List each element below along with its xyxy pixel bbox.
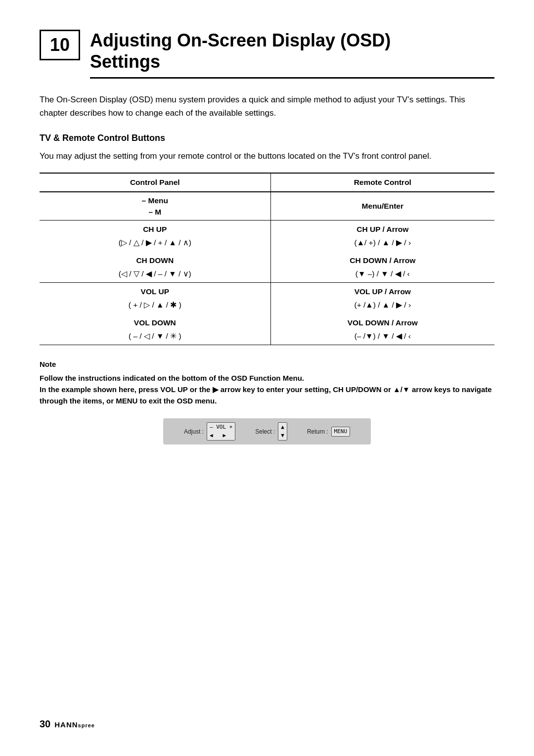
volup-control-keys: ( + / ▷ / ▲ / ✱ ) <box>40 298 270 313</box>
table-row: CH UP CH UP / Arrow <box>40 221 494 236</box>
table-row: VOL UP VOL UP / Arrow <box>40 283 494 299</box>
voldown-remote-label: VOL DOWN / Arrow <box>270 314 494 329</box>
osd-return: Return : MENU <box>307 427 350 437</box>
volup-control-label: VOL UP <box>40 283 270 299</box>
brand-hann: HANN <box>54 720 78 729</box>
chup-control-label: CH UP <box>40 221 270 236</box>
note-label: Note <box>40 359 494 370</box>
brand-name: HANNspree <box>54 719 95 731</box>
note-text: Follow the instructions indicated on the… <box>40 372 494 407</box>
note-line-2: In the example shown here, press VOL UP … <box>40 385 492 405</box>
chup-control-keys: (▷ / △ / ▶ / + / ▲ / ∧) <box>40 236 270 251</box>
return-label: Return : <box>307 427 328 436</box>
chdown-remote-label: CH DOWN / Arrow <box>270 252 494 267</box>
menu-remote-control: Menu/Enter <box>270 192 494 221</box>
chdown-control-label: CH DOWN <box>40 252 270 267</box>
table-row: ( – / ◁ / ▼ / ✳ ) (– /▼) / ▼ / ◀ / ‹ <box>40 329 494 345</box>
col-header-control-panel: Control Panel <box>40 173 270 191</box>
table-row: (▷ / △ / ▶ / + / ▲ / ∧) (▲/ +) / ▲ / ▶ /… <box>40 236 494 251</box>
adjust-key: – VOL +◀ ▶ <box>207 422 235 441</box>
note-section: Note Follow the instructions indicated o… <box>40 359 494 406</box>
table-row: CH DOWN CH DOWN / Arrow <box>40 252 494 267</box>
note-line-1: Follow the instructions indicated on the… <box>40 374 304 382</box>
osd-select: Select : ▲▼ <box>255 422 287 441</box>
osd-bar: Adjust : – VOL +◀ ▶ Select : ▲▼ Return :… <box>163 418 371 445</box>
chup-remote-keys: (▲/ +) / ▲ / ▶ / › <box>270 236 494 251</box>
chup-remote-label: CH UP / Arrow <box>270 221 494 236</box>
volup-remote-label: VOL UP / Arrow <box>270 283 494 299</box>
page-footer: 30 HANNspree <box>40 716 95 731</box>
chdown-remote-keys: (▼ –) / ▼ / ◀ / ‹ <box>270 267 494 283</box>
menu-control-panel: – Menu– M <box>40 192 270 221</box>
chapter-title: Adjusting On-Screen Display (OSD)Setting… <box>90 30 494 79</box>
adjust-label: Adjust : <box>184 427 204 436</box>
select-key: ▲▼ <box>278 422 287 441</box>
intro-text: The On-Screen Display (OSD) menu system … <box>40 93 494 120</box>
page-number: 30 <box>40 716 50 731</box>
chapter-header: 10 Adjusting On-Screen Display (OSD)Sett… <box>40 30 494 79</box>
voldown-control-label: VOL DOWN <box>40 314 270 329</box>
return-key: MENU <box>331 427 351 437</box>
table-row: VOL DOWN VOL DOWN / Arrow <box>40 314 494 329</box>
voldown-remote-keys: (– /▼) / ▼ / ◀ / ‹ <box>270 329 494 345</box>
section-desc: You may adjust the setting from your rem… <box>40 150 494 163</box>
table-row: ( + / ▷ / ▲ / ✱ ) (+ /▲) / ▲ / ▶ / › <box>40 298 494 313</box>
section-heading: TV & Remote Control Buttons <box>40 132 494 145</box>
brand-spree: spree <box>78 722 95 728</box>
chdown-control-keys: (◁ / ▽ / ◀ / – / ▼ / ∨) <box>40 267 270 283</box>
voldown-control-keys: ( – / ◁ / ▼ / ✳ ) <box>40 329 270 345</box>
table-row: (◁ / ▽ / ◀ / – / ▼ / ∨) (▼ –) / ▼ / ◀ / … <box>40 267 494 283</box>
osd-adjust: Adjust : – VOL +◀ ▶ <box>184 422 235 441</box>
chapter-number: 10 <box>40 30 80 60</box>
control-table: Control Panel Remote Control – Menu– M M… <box>40 173 494 345</box>
table-row: – Menu– M Menu/Enter <box>40 192 494 221</box>
col-header-remote-control: Remote Control <box>270 173 494 191</box>
select-label: Select : <box>255 427 275 436</box>
volup-remote-keys: (+ /▲) / ▲ / ▶ / › <box>270 298 494 313</box>
